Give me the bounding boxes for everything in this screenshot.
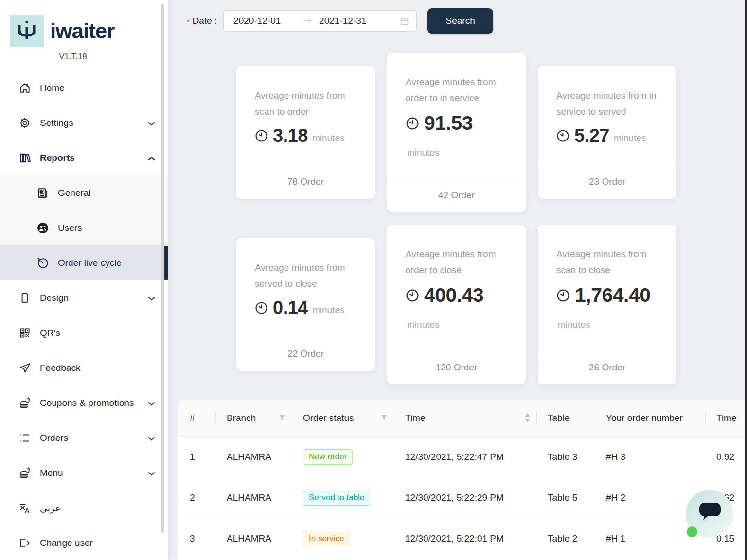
stat-card-value: 1,764.40 (575, 284, 651, 307)
sidebar-item-settings[interactable]: Settings (0, 105, 168, 140)
sidebar-item-general[interactable]: General (0, 175, 168, 210)
calendar-icon[interactable] (399, 16, 409, 26)
status-badge: In service (303, 531, 350, 546)
sidebar-item-change-user[interactable]: Change user (0, 525, 168, 560)
cell-index: 2 (178, 477, 215, 518)
stat-card-unit: minutes (406, 319, 508, 330)
burger-icon (18, 467, 31, 479)
sidebar-item-qrs[interactable]: QR's (0, 315, 168, 350)
cell-time: 12/30/2021, 5:22:01 PM (394, 518, 536, 559)
chevron-down-icon (148, 433, 155, 443)
list-icon (18, 432, 31, 444)
stat-card-title: Avreage minutes from scan to close (556, 246, 659, 278)
cell-table: Table 3 (536, 437, 595, 477)
sidebar-item-home[interactable]: Home (0, 70, 168, 105)
iwaiter-logo-icon (10, 15, 44, 47)
search-button[interactable]: Search (427, 8, 493, 34)
stat-card-value: 5.27 (574, 125, 609, 146)
translate-icon: A (18, 502, 31, 514)
filter-icon[interactable] (279, 415, 285, 421)
column-header-order-number: Your order number (595, 400, 705, 437)
sidebar-item-coupons-promotions[interactable]: Coupons & promotions (0, 385, 168, 420)
sidebar-item-language-arabic[interactable]: A عربي (0, 490, 168, 525)
date-label: Date : (192, 16, 217, 26)
chevron-down-icon (148, 398, 155, 408)
burger-icon (18, 397, 31, 409)
stat-card-order-to-close: Avreage minutes from order to close 400.… (387, 225, 526, 384)
table-header-row: # Branch Order status Time (178, 400, 747, 437)
sidebar-scrollbar[interactable] (161, 4, 164, 533)
sidebar-item-label: Orders (40, 433, 68, 443)
table-row: 3 ALHAMRA In service 12/30/2021, 5:22:01… (178, 518, 747, 559)
clock-icon (406, 289, 419, 302)
logo: iwaiter (0, 0, 168, 47)
date-from-value[interactable]: 2020-12-01 (233, 16, 302, 26)
table-row: 2 ALHAMRA Served to table 12/30/2021, 5:… (178, 477, 747, 518)
chat-bubble-icon (697, 501, 723, 526)
stat-card-title: Avreage minutes from order to close (406, 246, 508, 278)
page-scrollbar[interactable] (745, 0, 747, 560)
sidebar-menu: Home Settings Reports (0, 70, 168, 560)
sidebar-item-label: Users (58, 223, 82, 233)
sidebar-item-label: Settings (40, 118, 73, 128)
chevron-down-icon (148, 293, 155, 303)
stat-card-unit: minutes (614, 133, 646, 143)
cell-table: Table 5 (536, 477, 595, 518)
status-badge: Served to table (303, 490, 370, 506)
sidebar-item-design[interactable]: Design (0, 280, 168, 315)
reports-icon (18, 152, 31, 164)
stat-card-scan-to-order: Avreage minutes from scan to order 3.18 … (236, 66, 375, 199)
sidebar-item-menu[interactable]: Menu (0, 455, 168, 490)
date-range-picker[interactable]: 2020-12-01 2021-12-31 (223, 10, 417, 32)
chevron-down-icon (148, 118, 155, 128)
sidebar-item-label: QR's (40, 328, 60, 338)
column-header-index: # (178, 400, 215, 437)
clock-icon (255, 129, 268, 142)
stat-card-unit: minutes (556, 319, 659, 330)
orders-table: # Branch Order status Time (178, 400, 747, 560)
stat-card-served-to-close: Avreage minutes from served to close 0.1… (236, 238, 375, 371)
stat-card-orders: 23 Order (538, 165, 676, 199)
stat-cards-row-1: Avreage minutes from scan to order 3.18 … (236, 52, 676, 212)
sidebar-item-order-live-cycle[interactable]: Order live cycle (0, 245, 168, 280)
gear-icon (18, 117, 31, 129)
column-header-branch: Branch (215, 400, 292, 437)
sidebar-item-reports[interactable]: Reports (0, 140, 168, 175)
column-header-order-status: Order status (292, 400, 394, 437)
stat-card-title: Avreage minutes from served to close (255, 260, 357, 292)
stat-cards: Avreage minutes from scan to order 3.18 … (236, 52, 676, 384)
phone-icon (18, 292, 31, 304)
filter-icon[interactable] (381, 415, 388, 421)
logout-icon (18, 537, 31, 549)
stat-card-unit: minutes (312, 305, 345, 315)
date-to-value[interactable]: 2021-12-31 (319, 16, 388, 26)
stat-card-orders: 22 Order (236, 337, 375, 371)
cell-order-status: New order (292, 437, 394, 477)
cell-table: Table 2 (536, 518, 595, 559)
chat-widget-button[interactable] (686, 490, 733, 538)
stat-card-orders: 42 Order (387, 178, 526, 212)
svg-text:A: A (25, 507, 30, 514)
users-icon (36, 222, 49, 234)
sidebar-item-label: عربي (40, 503, 61, 514)
sidebar-item-feedback[interactable]: Feedback (0, 350, 168, 385)
reports-submenu: General Users Or (0, 175, 168, 280)
clock-icon (406, 117, 419, 130)
sidebar-item-users[interactable]: Users (0, 210, 168, 245)
cell-order-number: #H 3 (595, 437, 705, 477)
news-icon (36, 187, 49, 199)
stat-card-orders: 78 Order (236, 165, 375, 199)
sidebar-item-label: Feedback (40, 363, 80, 373)
cell-index: 1 (178, 437, 215, 477)
app-version: V1.T.18 (0, 52, 146, 62)
status-badge: New order (303, 449, 353, 465)
sidebar: iwaiter V1.T.18 Home Settings (0, 0, 168, 560)
sorter-icon[interactable] (525, 413, 530, 423)
column-header-time[interactable]: Time (394, 400, 536, 437)
cell-time-value: 0.92 (705, 437, 747, 477)
chevron-up-icon (148, 153, 155, 163)
sidebar-item-orders[interactable]: Orders (0, 420, 168, 455)
sidebar-item-label: Coupons & promotions (40, 398, 134, 408)
stat-card-title: Avreage minutes from in service to serve… (556, 88, 659, 120)
main-content: * Date : 2020-12-01 2021-12-31 Search Av… (168, 0, 747, 560)
